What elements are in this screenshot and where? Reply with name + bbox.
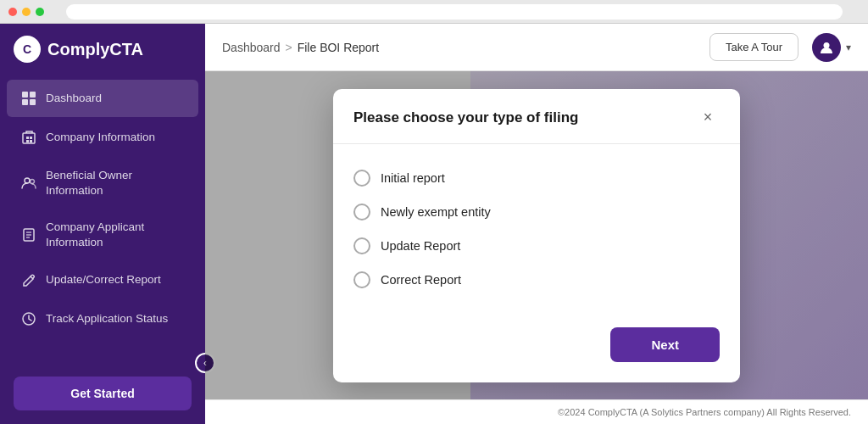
sidebar-item-dashboard[interactable]: Dashboard (7, 80, 198, 117)
svg-rect-3 (30, 99, 36, 105)
radio-update[interactable] (353, 237, 370, 254)
radio-initial[interactable] (353, 170, 370, 187)
svg-rect-1 (30, 92, 36, 98)
main-footer: ©2024 ComplyCTA (A Solytics Partners com… (205, 399, 868, 424)
sidebar-item-update-correct-label: Update/Correct Report (46, 272, 161, 287)
sidebar: C ComplyCTA Dashboard (0, 24, 205, 424)
building-icon (20, 129, 37, 146)
browser-bar (0, 0, 868, 24)
svg-rect-5 (26, 137, 29, 139)
radio-initial-label: Initial report (381, 171, 445, 185)
svg-point-9 (25, 178, 30, 183)
svg-rect-0 (22, 92, 28, 98)
logo-icon: C (14, 36, 41, 63)
radio-update-label: Update Report (381, 239, 460, 253)
sidebar-item-track-status[interactable]: Track Application Status (7, 300, 198, 338)
avatar (812, 33, 841, 62)
get-started-button[interactable]: Get Started (14, 377, 192, 410)
sidebar-get-started-area: Get Started (0, 366, 205, 421)
chevron-down-icon: ▾ (846, 42, 851, 53)
sidebar-item-update-correct[interactable]: Update/Correct Report (7, 261, 198, 298)
browser-maximize-dot[interactable] (36, 8, 44, 16)
modal-title: Please choose your type of filing (353, 109, 578, 126)
svg-rect-8 (30, 140, 32, 142)
sidebar-item-beneficial-owner[interactable]: Beneficial Owner Information (7, 158, 198, 208)
sidebar-nav: Dashboard Company Information (0, 75, 205, 366)
browser-minimize-dot[interactable] (22, 8, 31, 16)
svg-rect-2 (22, 99, 28, 105)
app-container: C ComplyCTA Dashboard (0, 24, 868, 424)
breadcrumb-current: File BOI Report (298, 41, 379, 54)
modal-footer: Next (333, 314, 740, 382)
radio-option-update[interactable]: Update Report (353, 229, 720, 263)
svg-point-16 (824, 42, 830, 48)
browser-url-bar[interactable] (66, 4, 843, 20)
people-icon (20, 175, 37, 192)
sidebar-item-beneficial-owner-label: Beneficial Owner Information (46, 168, 185, 198)
radio-exempt-label: Newly exempt entity (381, 205, 491, 219)
pencil-icon (20, 271, 37, 288)
browser-close-dot[interactable] (8, 8, 17, 16)
radio-option-initial[interactable]: Initial report (353, 161, 720, 195)
sidebar-item-track-status-label: Track Application Status (46, 311, 168, 326)
sidebar-item-company-info[interactable]: Company Information (7, 119, 198, 156)
breadcrumb-parent[interactable]: Dashboard (222, 41, 281, 54)
header-right: Take A Tour ▾ (709, 33, 851, 62)
sidebar-item-dashboard-label: Dashboard (46, 91, 102, 106)
svg-rect-7 (26, 140, 29, 142)
svg-rect-6 (30, 137, 32, 139)
footer-text: ©2024 ComplyCTA (A Solytics Partners com… (558, 407, 851, 417)
modal-close-button[interactable]: × (696, 106, 720, 130)
sidebar-logo: C ComplyCTA (0, 24, 205, 75)
radio-option-correct[interactable]: Correct Report (353, 263, 720, 297)
radio-option-exempt[interactable]: Newly exempt entity (353, 195, 720, 229)
main-body: Please choose your type of filing × Init… (205, 71, 868, 399)
modal-overlay: Please choose your type of filing × Init… (205, 71, 868, 399)
radio-exempt[interactable] (353, 204, 370, 220)
radio-correct[interactable] (353, 271, 370, 288)
main-header: Dashboard > File BOI Report Take A Tour … (205, 24, 868, 71)
avatar-area[interactable]: ▾ (812, 33, 851, 62)
logo-text: ComplyCTA (47, 40, 143, 59)
modal-header: Please choose your type of filing × (333, 89, 740, 144)
sidebar-item-company-applicant-label: Company Applicant Information (46, 220, 185, 249)
grid-icon (20, 90, 37, 107)
radio-correct-label: Correct Report (381, 273, 461, 287)
document-icon (20, 226, 37, 243)
take-tour-button[interactable]: Take A Tour (709, 33, 798, 61)
filing-type-modal: Please choose your type of filing × Init… (333, 89, 740, 382)
modal-body: Initial report Newly exempt entity Updat… (333, 144, 740, 314)
main-content: Dashboard > File BOI Report Take A Tour … (205, 24, 868, 424)
breadcrumb: Dashboard > File BOI Report (222, 41, 379, 54)
breadcrumb-separator: > (286, 41, 292, 54)
next-button[interactable]: Next (610, 327, 720, 362)
clock-icon (20, 310, 37, 327)
svg-point-10 (31, 179, 35, 183)
sidebar-item-company-applicant[interactable]: Company Applicant Information (7, 209, 198, 259)
sidebar-item-company-info-label: Company Information (46, 130, 155, 145)
